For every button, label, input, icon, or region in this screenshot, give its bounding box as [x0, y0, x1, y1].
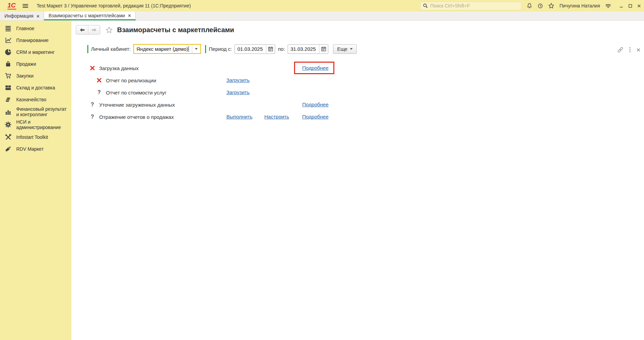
sidebar-item-label: Главное: [16, 26, 35, 31]
task-row: ?Отчет по стоимости услугЗагрузить: [90, 86, 644, 99]
error-cross-icon: [90, 66, 95, 70]
close-form-icon[interactable]: [636, 48, 641, 52]
sidebar-item-label: CRM и маркетинг: [16, 49, 54, 55]
coins-icon: [0, 96, 16, 103]
sidebar-item[interactable]: Продажи: [0, 58, 71, 70]
question-mark-icon: ?: [96, 89, 102, 95]
sidebar-item[interactable]: Казначейство: [0, 93, 71, 105]
cabinet-label: Личный кабинет:: [91, 46, 131, 52]
notifications-bell-icon[interactable]: [527, 3, 532, 9]
content: Взаиморасчеты с маркетплейсами Личный ка…: [71, 21, 644, 340]
sidebar-item-label: Склад и доставка: [16, 85, 55, 90]
sidebar-item[interactable]: Закупки: [0, 70, 71, 82]
period-from-input[interactable]: 01.03.2025: [235, 44, 275, 54]
task-row: Загрузка данныхПодробнее: [90, 62, 644, 74]
planning-icon: [0, 37, 16, 44]
task-row: ?Уточнение загруженных данныхПодробнее: [90, 99, 644, 111]
tab-label: Информация: [4, 13, 34, 19]
more-button[interactable]: Еще: [333, 44, 357, 54]
task-row: ?Отражение отчетов о продажахВыполнитьНа…: [90, 111, 644, 123]
highlight-box: Подробнее: [294, 62, 334, 74]
tab-bar: Информация×Взаиморасчеты с маркетплейсам…: [0, 12, 644, 21]
task-action-link[interactable]: Загрузить: [226, 89, 250, 95]
error-cross-icon: [96, 78, 102, 83]
period-to-input[interactable]: 31.03.2025: [288, 44, 328, 54]
favorite-star-icon[interactable]: [106, 26, 113, 34]
user-name[interactable]: Пичугина Наталия: [559, 3, 600, 8]
window-titlebar: 1С Test Маркет 3 / Управление торговлей,…: [0, 0, 644, 12]
task-action-link[interactable]: Подробнее: [302, 102, 329, 107]
dropdown-arrow-icon[interactable]: [192, 45, 200, 53]
task-label: Отражение отчетов о продажах: [99, 114, 174, 120]
tab-label: Взаиморасчеты с маркетплейсами: [48, 13, 125, 18]
bag-icon: [0, 61, 16, 67]
more-menu-dots-icon[interactable]: [629, 47, 631, 52]
history-icon[interactable]: [537, 3, 543, 9]
sidebar-item-label: RDV Маркет: [16, 146, 44, 152]
get-link-icon[interactable]: [617, 46, 624, 53]
task-action-link[interactable]: Выполнить: [226, 114, 252, 120]
period-from-label: Период с:: [209, 46, 232, 52]
task-action-link[interactable]: Настроить: [264, 114, 289, 120]
question-mark-icon: ?: [90, 114, 95, 120]
sidebar-item[interactable]: Склад и доставка: [0, 82, 71, 93]
period-to-value: 31.03.2025: [288, 45, 319, 54]
sidebar-item[interactable]: RDV Маркет: [0, 143, 71, 155]
close-window-icon[interactable]: [637, 4, 641, 8]
calendar-icon[interactable]: [266, 45, 275, 54]
history-nav-group: [76, 25, 100, 35]
sidebar-item[interactable]: Финансовый результат и контроллинг: [0, 105, 71, 118]
sidebar-item[interactable]: НСИ и администрирование: [0, 118, 71, 131]
period-from-value: 01.03.2025: [235, 45, 266, 54]
main-menu-icon[interactable]: [22, 3, 28, 9]
task-action-link[interactable]: Подробнее: [302, 114, 329, 120]
tab[interactable]: Взаиморасчеты с маркетплейсами×: [44, 12, 136, 20]
task-list: Загрузка данныхПодробнееОтчет по реализа…: [90, 62, 644, 123]
sidebar-item-label: Закупки: [16, 73, 34, 79]
task-action-link[interactable]: Подробнее: [302, 65, 329, 71]
sidebar-item-label: НСИ и администрирование: [16, 119, 69, 130]
warehouse-icon: [0, 84, 16, 91]
tab-close-icon[interactable]: ×: [128, 13, 131, 18]
window-title: Test Маркет 3 / Управление торговлей, ре…: [37, 3, 191, 8]
gear-icon: [0, 121, 16, 128]
question-mark-icon: ?: [90, 102, 95, 108]
minimize-icon[interactable]: [619, 4, 624, 8]
favorites-star-icon[interactable]: [548, 3, 554, 9]
sidebar-item-label: Продажи: [16, 61, 36, 67]
period-to-label: по:: [278, 46, 285, 52]
tab-close-icon[interactable]: ×: [37, 14, 40, 19]
task-label: Уточнение загруженных данных: [99, 102, 175, 108]
service-menu-icon[interactable]: [605, 3, 612, 9]
page-title: Взаиморасчеты с маркетплейсами: [117, 26, 234, 34]
cart-icon: [0, 72, 16, 79]
sidebar-item-label: Планирование: [16, 38, 49, 43]
more-button-label: Еще: [337, 46, 348, 52]
sidebar-item[interactable]: CRM и маркетинг: [0, 46, 71, 58]
accent-bar: [205, 45, 206, 53]
task-label: Загрузка данных: [99, 65, 139, 71]
back-button[interactable]: [76, 25, 88, 34]
forward-button[interactable]: [88, 25, 100, 34]
task-row: Отчет по реализацииЗагрузить: [90, 74, 644, 86]
rocket-icon: [0, 146, 16, 152]
task-label: Отчет по стоимости услуг: [106, 90, 166, 95]
sidebar-item[interactable]: Infostart Toolkit: [0, 131, 71, 143]
global-search-input[interactable]: Поиск Ctrl+Shift+F: [420, 2, 521, 10]
chevron-down-icon: [350, 48, 353, 50]
pie-chart-icon: [0, 49, 16, 56]
tab[interactable]: Информация×: [0, 12, 44, 20]
1c-logo: 1С: [7, 2, 16, 9]
maximize-icon[interactable]: [628, 4, 632, 8]
accent-bar: [87, 45, 88, 53]
cabinet-select[interactable]: Яндекс маркет (демо): [133, 44, 201, 54]
task-action-link[interactable]: Загрузить: [226, 77, 250, 83]
sidebar-item[interactable]: Главное: [0, 22, 71, 34]
cabinet-value: Яндекс маркет (демо): [136, 46, 188, 52]
sidebar-item-label: Финансовый результат и контроллинг: [16, 106, 69, 117]
sidebar-item-label: Infostart Toolkit: [16, 134, 48, 140]
sidebar: ГлавноеПланированиеCRM и маркетингПродаж…: [0, 21, 71, 340]
calendar-icon[interactable]: [319, 45, 328, 54]
text-cursor: [188, 46, 189, 52]
sidebar-item[interactable]: Планирование: [0, 34, 71, 46]
